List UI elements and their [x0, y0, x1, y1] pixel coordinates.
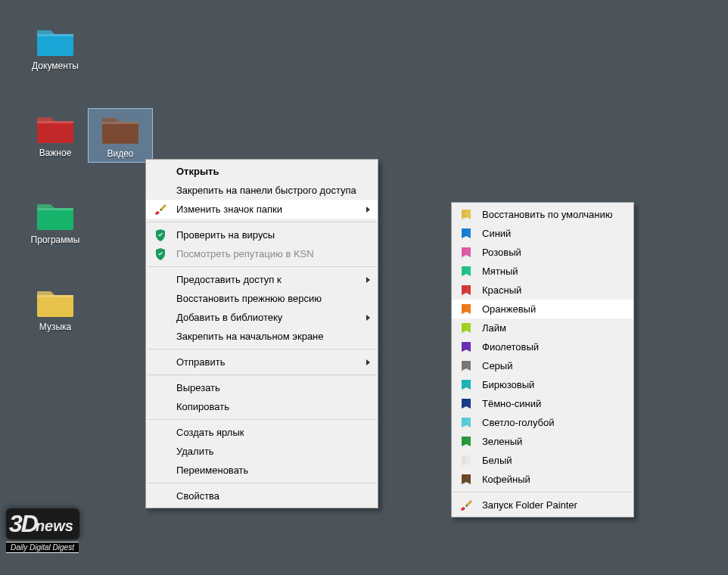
menu-item[interactable]: Изменить значок папки [146, 200, 378, 219]
menu-item-label: Оранжевый [482, 303, 536, 315]
folder-label: Важное [39, 148, 72, 158]
menu-item[interactable]: Красный [452, 281, 633, 300]
menu-item[interactable]: Розовый [452, 243, 633, 262]
menu-item-label: Копировать [176, 401, 229, 412]
menu-separator [148, 483, 376, 483]
color-tag-icon [459, 284, 473, 297]
menu-item-label: Фиолетовый [482, 341, 539, 353]
color-tag-icon [459, 228, 473, 240]
desktop[interactable]: ДокументыВажноеВидеоПрограммыМузыкаОткры… [0, 0, 728, 575]
menu-separator [453, 492, 632, 493]
menu-separator [148, 349, 376, 350]
menu-item-label: Белый [482, 455, 512, 466]
menu-item[interactable]: Кофейный [452, 470, 633, 489]
desktop-folder[interactable]: Музыка [23, 282, 88, 335]
menu-item-label: Предоставить доступ к [176, 274, 282, 285]
menu-item-label: Закрепить на панели быстрого доступа [176, 185, 356, 196]
menu-item[interactable]: Вырезать [146, 378, 378, 397]
menu-item-label: Создать ярлык [176, 427, 244, 438]
menu-item[interactable]: Запуск Folder Painter [452, 496, 633, 514]
submenu-arrow-icon [366, 315, 370, 321]
menu-item[interactable]: Отправить [146, 353, 378, 371]
menu-item-label: Добавить в библиотеку [176, 312, 282, 323]
brush-icon [154, 204, 167, 216]
menu-item[interactable]: Копировать [146, 397, 378, 416]
menu-separator [148, 419, 376, 420]
menu-item[interactable]: Белый [452, 451, 633, 470]
menu-item-label: Свойства [176, 490, 219, 502]
folder-label: Программы [31, 235, 80, 245]
menu-item: Посмотреть репутацию в KSN [146, 244, 378, 263]
menu-separator [148, 375, 376, 375]
menu-item[interactable]: Синий [452, 224, 633, 243]
menu-item[interactable]: Восстановить прежнюю версию [146, 289, 378, 308]
menu-item[interactable]: Предоставить доступ к [146, 270, 378, 289]
folder-label: Музыка [39, 322, 71, 332]
color-tag-icon [459, 303, 473, 315]
menu-item[interactable]: Бирюзовый [452, 375, 633, 394]
menu-item-label: Бирюзовый [482, 379, 534, 390]
menu-item[interactable]: Лайм [452, 319, 633, 337]
menu-item-label: Восстановить по умолчанию [482, 209, 612, 220]
menu-item[interactable]: Тёмно-синий [452, 394, 633, 413]
menu-item-label: Тёмно-синий [482, 398, 541, 409]
menu-item[interactable]: Светло-голубой [452, 413, 633, 432]
menu-item[interactable]: Оранжевый [452, 300, 633, 319]
menu-item[interactable]: Удалить [146, 442, 378, 461]
menu-item[interactable]: Серый [452, 356, 633, 375]
menu-item[interactable]: Мятный [452, 262, 633, 281]
menu-item[interactable]: Создать ярлык [146, 423, 378, 442]
color-tag-icon [459, 474, 473, 486]
menu-item-label: Посмотреть репутацию в KSN [176, 248, 314, 260]
menu-item[interactable]: Добавить в библиотеку [146, 308, 378, 327]
color-tag-icon [459, 417, 473, 429]
color-tag-icon [459, 266, 473, 278]
color-tag-icon [459, 455, 473, 467]
color-tag-icon [459, 209, 473, 221]
menu-item-label: Красный [482, 284, 521, 296]
menu-item[interactable]: Фиолетовый [452, 337, 633, 356]
menu-item-label: Синий [482, 228, 511, 239]
menu-item[interactable]: Свойства [146, 486, 378, 505]
color-tag-icon [459, 436, 473, 448]
menu-item-label: Вырезать [176, 382, 220, 393]
menu-item-label: Переименовать [176, 465, 248, 476]
folder-label: Документы [32, 61, 79, 71]
menu-item-label: Зеленый [482, 436, 522, 447]
menu-item-label: Удалить [176, 446, 214, 457]
color-submenu: Восстановить по умолчаниюСинийРозовыйМят… [451, 202, 634, 518]
menu-item[interactable]: Закрепить на панели быстрого доступа [146, 181, 378, 200]
desktop-folder[interactable]: Документы [23, 21, 88, 74]
color-tag-icon [459, 398, 473, 410]
menu-item-label: Светло-голубой [482, 417, 554, 428]
menu-item-label: Отправить [176, 356, 225, 368]
menu-item[interactable]: Зеленый [452, 432, 633, 451]
context-menu: ОткрытьЗакрепить на панели быстрого дост… [145, 159, 378, 508]
desktop-folder[interactable]: Программы [23, 195, 88, 248]
logo-subtitle: Daily Digital Digest [6, 542, 79, 553]
menu-item[interactable]: Закрепить на начальном экране [146, 327, 378, 346]
color-tag-icon [459, 360, 473, 372]
menu-item-label: Розовый [482, 247, 521, 258]
menu-item-label: Мятный [482, 266, 518, 277]
color-tag-icon [459, 379, 473, 391]
submenu-arrow-icon [366, 277, 370, 283]
menu-item[interactable]: Проверить на вирусы [146, 225, 378, 244]
desktop-folder[interactable]: Видео [88, 108, 153, 163]
submenu-arrow-icon [366, 207, 370, 213]
menu-item-label: Проверить на вирусы [176, 229, 275, 241]
logo-brand2: news [36, 518, 73, 535]
menu-item-label: Запуск Folder Painter [482, 499, 577, 511]
menu-item-label: Восстановить прежнюю версию [176, 293, 322, 304]
menu-item[interactable]: Открыть [146, 162, 378, 181]
menu-item[interactable]: Переименовать [146, 461, 378, 480]
logo-brand: 3D [9, 510, 37, 538]
menu-separator [148, 222, 376, 222]
shield-icon [154, 229, 167, 241]
menu-separator [148, 266, 376, 267]
color-tag-icon [459, 341, 473, 353]
menu-item[interactable]: Восстановить по умолчанию [452, 205, 633, 224]
desktop-folder[interactable]: Важное [23, 108, 88, 161]
menu-item-label: Открыть [176, 166, 219, 177]
color-tag-icon [459, 247, 473, 259]
